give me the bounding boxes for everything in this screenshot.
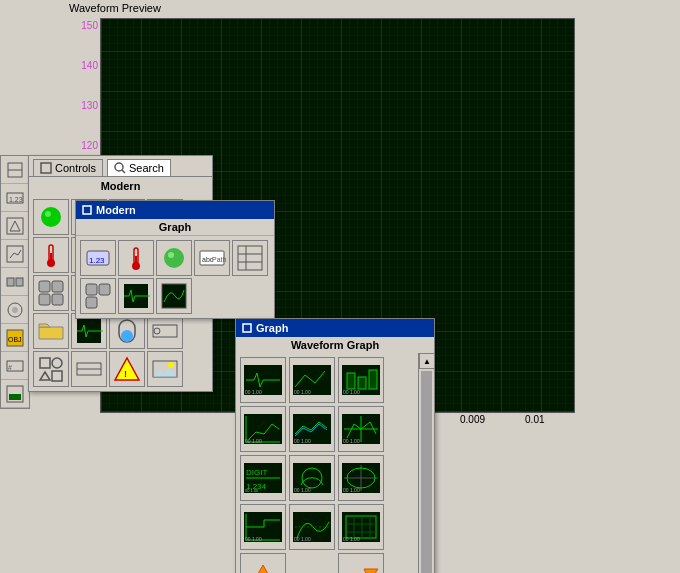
controls-icon bbox=[40, 162, 52, 174]
strip-icon-3[interactable] bbox=[1, 212, 29, 240]
svg-marker-5 bbox=[10, 221, 20, 231]
svg-marker-72 bbox=[153, 367, 177, 377]
strip-icon-6[interactable] bbox=[1, 296, 29, 324]
mod-led[interactable] bbox=[156, 240, 192, 276]
wf-icon-7[interactable]: DIGIT1.23400 1.00 bbox=[240, 455, 286, 501]
svg-point-80 bbox=[164, 248, 184, 268]
icon-led-green[interactable] bbox=[33, 199, 69, 235]
icon-warning[interactable]: ! bbox=[109, 351, 145, 387]
svg-rect-85 bbox=[238, 246, 262, 270]
svg-text:Path: Path bbox=[212, 256, 226, 263]
mod-text[interactable]: abcPath bbox=[194, 240, 230, 276]
submenu-pin-icon bbox=[82, 205, 92, 215]
svg-text:1.23: 1.23 bbox=[89, 256, 105, 265]
modern-icon-grid: 1.23 abcPath bbox=[76, 236, 274, 318]
wf-icon-1[interactable]: 00 1.00 bbox=[240, 357, 286, 403]
svg-rect-10 bbox=[7, 278, 14, 286]
x-label-0009: 0.009 bbox=[460, 414, 485, 425]
svg-rect-63 bbox=[40, 358, 50, 368]
wf-icon-5[interactable]: 00 1.00 bbox=[289, 406, 335, 452]
mod-path[interactable] bbox=[156, 278, 192, 314]
svg-line-7 bbox=[10, 253, 14, 258]
svg-point-62 bbox=[154, 328, 160, 334]
svg-point-73 bbox=[168, 362, 174, 368]
strip-icon-7[interactable]: OBJ bbox=[1, 324, 29, 352]
graph-pin-icon bbox=[242, 323, 252, 333]
svg-marker-69 bbox=[115, 358, 139, 380]
svg-rect-60 bbox=[121, 330, 133, 342]
graph-scrollbar[interactable]: ▲ ▼ bbox=[418, 353, 434, 573]
svg-text:00 1.00: 00 1.00 bbox=[294, 389, 311, 395]
svg-text:1.23: 1.23 bbox=[9, 196, 23, 203]
graph-section-waveform: Waveform Graph bbox=[236, 337, 434, 353]
icon-thermometer[interactable] bbox=[33, 237, 69, 273]
strip-icon-8[interactable]: # bbox=[1, 352, 29, 380]
wf-icon-14[interactable] bbox=[338, 553, 384, 573]
wf-icon-13[interactable] bbox=[240, 553, 286, 573]
svg-point-24 bbox=[45, 211, 51, 217]
strip-icon-1[interactable] bbox=[1, 156, 29, 184]
svg-text:00 1.00: 00 1.00 bbox=[294, 438, 311, 444]
icon-shapes[interactable] bbox=[33, 351, 69, 387]
svg-rect-11 bbox=[16, 278, 23, 286]
wf-icon-6[interactable]: 00 1.00 bbox=[338, 406, 384, 452]
wf-icon-12[interactable]: 00 1.00 bbox=[338, 504, 384, 550]
svg-point-23 bbox=[41, 207, 61, 227]
svg-text:00 1.00: 00 1.00 bbox=[294, 487, 311, 493]
svg-line-9 bbox=[18, 250, 21, 255]
graph-icon-grid: 00 1.00 00 1.00 00 1.00 00 1.00 00 1.00 … bbox=[236, 353, 434, 573]
strip-icon-2[interactable]: 1.23 bbox=[1, 184, 29, 212]
tab-search-label: Search bbox=[129, 162, 164, 174]
icon-image[interactable] bbox=[147, 351, 183, 387]
mod-numeric[interactable]: 1.23 bbox=[80, 240, 116, 276]
wf-icon-10[interactable]: 00 1.00 bbox=[240, 504, 286, 550]
strip-icon-9[interactable] bbox=[1, 380, 29, 408]
mod-led2[interactable] bbox=[80, 278, 116, 314]
icon-label[interactable] bbox=[71, 351, 107, 387]
wf-icon-8[interactable]: 00 1.00 bbox=[289, 455, 335, 501]
main-area: Waveform Preview 150 140 130 120 110 0.0… bbox=[0, 0, 680, 573]
icon-led-array[interactable] bbox=[33, 275, 69, 311]
wf-icon-3[interactable]: 00 1.00 bbox=[338, 357, 384, 403]
svg-point-79 bbox=[132, 262, 140, 270]
svg-rect-66 bbox=[52, 371, 62, 381]
svg-text:00 1.00: 00 1.00 bbox=[343, 487, 360, 493]
svg-marker-150 bbox=[364, 569, 378, 573]
svg-text:!: ! bbox=[124, 369, 127, 379]
modern-submenu: Modern Graph 1.23 abcPath bbox=[75, 200, 275, 319]
y-label-130: 130 bbox=[81, 100, 98, 111]
modern-submenu-title: Modern bbox=[76, 201, 274, 219]
svg-rect-89 bbox=[86, 284, 97, 295]
scroll-up-btn[interactable]: ▲ bbox=[419, 353, 435, 369]
tab-search[interactable]: Search bbox=[107, 159, 171, 176]
wf-icon-2[interactable]: 00 1.00 bbox=[289, 357, 335, 403]
wf-icon-4[interactable]: 00 1.00 bbox=[240, 406, 286, 452]
y-label-150: 150 bbox=[81, 20, 98, 31]
svg-rect-101 bbox=[358, 377, 366, 389]
svg-rect-93 bbox=[162, 284, 186, 308]
mod-table[interactable] bbox=[232, 240, 268, 276]
svg-point-21 bbox=[115, 163, 123, 171]
waveform-title: Waveform Preview bbox=[65, 0, 575, 16]
mod-wave[interactable] bbox=[118, 278, 154, 314]
svg-point-81 bbox=[168, 252, 174, 258]
svg-rect-91 bbox=[86, 297, 97, 308]
strip-icon-4[interactable] bbox=[1, 240, 29, 268]
svg-text:00 1.00: 00 1.00 bbox=[245, 389, 262, 395]
svg-point-64 bbox=[52, 358, 62, 368]
svg-rect-46 bbox=[39, 281, 50, 292]
icon-folder[interactable] bbox=[33, 313, 69, 349]
svg-point-13 bbox=[12, 307, 18, 313]
svg-rect-100 bbox=[347, 373, 355, 389]
svg-rect-90 bbox=[99, 284, 110, 295]
strip-icon-5[interactable] bbox=[1, 268, 29, 296]
wf-icon-11[interactable]: 00 1.00 bbox=[289, 504, 335, 550]
svg-line-22 bbox=[122, 170, 125, 173]
tab-controls[interactable]: Controls bbox=[33, 159, 103, 176]
mod-thermo[interactable] bbox=[118, 240, 154, 276]
svg-rect-74 bbox=[83, 206, 91, 214]
svg-rect-48 bbox=[39, 294, 50, 305]
graph-submenu: Graph Waveform Graph 00 1.00 00 1.00 00 … bbox=[235, 318, 435, 573]
wf-icon-9[interactable]: 00 1.00 bbox=[338, 455, 384, 501]
svg-text:00 1.00: 00 1.00 bbox=[245, 438, 262, 444]
